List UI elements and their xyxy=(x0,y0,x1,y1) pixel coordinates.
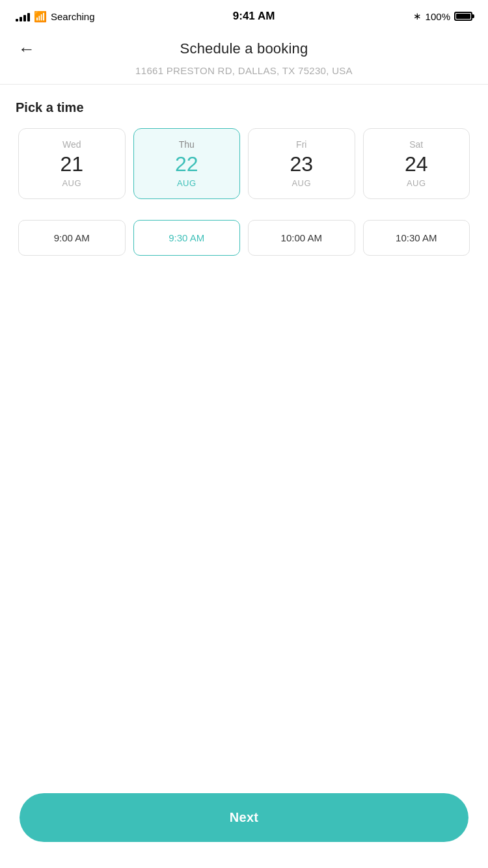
date-card-wed[interactable]: Wed 21 AUG xyxy=(18,128,126,199)
date-month-label: AUG xyxy=(24,178,120,188)
bluetooth-icon: ∗ xyxy=(413,10,422,22)
date-day-label: Wed xyxy=(24,139,120,150)
date-month-label: AUG xyxy=(369,178,465,188)
date-month-label: AUG xyxy=(139,178,235,188)
wifi-icon: 📶 xyxy=(34,10,47,23)
section-title: Pick a time xyxy=(16,100,472,115)
status-right: ∗ 100% xyxy=(413,10,472,22)
back-button[interactable]: ← xyxy=(16,38,38,60)
date-month-label: AUG xyxy=(254,178,349,188)
status-time: 9:41 AM xyxy=(233,10,275,23)
date-row: Wed 21 AUG Thu 22 AUG Fri 23 AUG Sat 24 … xyxy=(16,128,472,199)
status-bar: 📶 Searching 9:41 AM ∗ 100% xyxy=(0,0,488,33)
time-slot-2[interactable]: 10:00 AM xyxy=(248,220,355,256)
time-slot-3[interactable]: 10:30 AM xyxy=(363,220,470,256)
header-divider xyxy=(0,84,488,85)
next-button[interactable]: Next xyxy=(20,793,468,842)
date-num-label: 23 xyxy=(254,154,349,174)
header: ← Schedule a booking xyxy=(0,33,488,62)
battery-icon xyxy=(454,12,472,21)
date-num-label: 22 xyxy=(139,154,235,174)
location-subtitle: 11661 PRESTON RD, DALLAS, TX 75230, USA xyxy=(0,62,488,84)
status-left: 📶 Searching xyxy=(16,10,95,23)
signal-icon xyxy=(16,11,30,21)
battery-percent: 100% xyxy=(426,11,450,22)
time-slot-0[interactable]: 9:00 AM xyxy=(18,220,126,256)
next-button-container: Next xyxy=(20,793,468,842)
date-card-fri[interactable]: Fri 23 AUG xyxy=(248,128,355,199)
carrier-label: Searching xyxy=(51,11,95,22)
pick-time-section: Pick a time Wed 21 AUG Thu 22 AUG Fri 23… xyxy=(0,100,488,256)
date-card-sat[interactable]: Sat 24 AUG xyxy=(363,128,470,199)
date-day-label: Fri xyxy=(254,139,349,150)
date-day-label: Sat xyxy=(369,139,465,150)
time-row: 9:00 AM9:30 AM10:00 AM10:30 AM xyxy=(16,220,472,256)
date-card-thu[interactable]: Thu 22 AUG xyxy=(133,128,241,199)
date-num-label: 24 xyxy=(369,154,465,174)
time-slot-1[interactable]: 9:30 AM xyxy=(133,220,241,256)
page-title: Schedule a booking xyxy=(180,40,308,57)
date-day-label: Thu xyxy=(139,139,235,150)
date-num-label: 21 xyxy=(24,154,120,174)
